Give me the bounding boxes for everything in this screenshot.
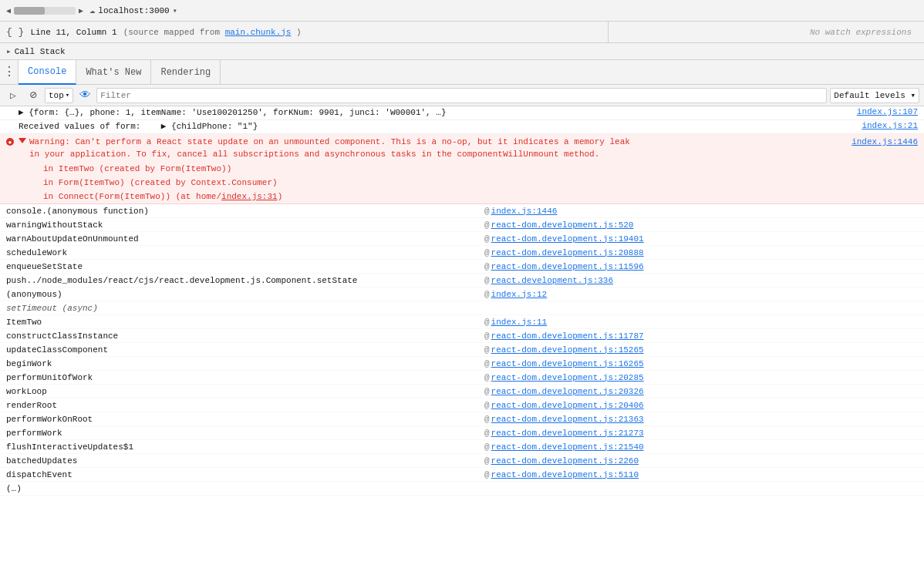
stack-at-4: @ [484, 262, 490, 271]
stack-name-3: scheduleWork [6, 248, 484, 257]
stack-source-11[interactable]: react-dom.development.js:16265 [491, 359, 644, 368]
stack-source-3[interactable]: react-dom.development.js:20888 [491, 248, 644, 257]
home-index-link[interactable]: index.js:31 [221, 192, 278, 201]
tab-rendering[interactable]: Rendering [151, 60, 221, 85]
stack-source-12[interactable]: react-dom.development.js:20285 [491, 373, 644, 382]
stack-at-5: @ [484, 276, 490, 285]
stack-row-4: enqueueSetState @ react-dom.development.… [0, 260, 924, 274]
stack-row-5: push../node_modules/react/cjs/react.deve… [0, 274, 924, 288]
stack-at-13: @ [484, 387, 490, 396]
stack-row-2: warnAboutUpdateOnUnmounted @ react-dom.d… [0, 232, 924, 246]
scroll-thumb [14, 7, 45, 15]
stack-name-7: setTimeout (async) [6, 304, 484, 313]
error-message: Warning: Can't perform a React state upd… [29, 136, 851, 160]
eye-btn[interactable]: 👁 [76, 87, 93, 104]
console-log-1: ▶ {form: {…}, phone: 1, itemName: 'Use10… [0, 106, 924, 120]
stack-source-10[interactable]: react-dom.development.js:15265 [491, 345, 644, 355]
error-main-line: ● Warning: Can't perform a React state u… [0, 134, 924, 162]
stack-row-1: warningWithoutStack @ react-dom.developm… [0, 218, 924, 232]
log-source-1[interactable]: index.js:107 [857, 107, 924, 116]
stack-source-1[interactable]: react-dom.development.js:520 [491, 220, 634, 230]
stack-name-15: performWorkOnRoot [6, 415, 484, 424]
error-dot: ● [6, 138, 14, 146]
stack-name-2: warnAboutUpdateOnUnmounted [6, 234, 484, 244]
error-triangle[interactable] [19, 136, 29, 143]
tab-menu-button[interactable]: ⋮ [0, 60, 19, 85]
stack-name-12: performUnitOfWork [6, 373, 484, 382]
tab-whats-new[interactable]: What's New [76, 60, 151, 85]
console-toolbar: ▷ ⊘ top ▾ 👁 Default levels ▾ [0, 85, 924, 106]
stack-source-9[interactable]: react-dom.development.js:11787 [491, 331, 644, 341]
stack-source-19[interactable]: react-dom.development.js:5110 [491, 470, 639, 479]
stack-source-4[interactable]: react-dom.development.js:11596 [491, 262, 644, 271]
stack-name-4: enqueueSetState [6, 262, 484, 271]
source-map-label: (source mapped from main.chunk.js ) [123, 28, 302, 37]
scroll-left-btn[interactable]: ◀ [6, 6, 11, 15]
stack-name-14: renderRoot [6, 401, 484, 410]
url-bar: ☁ localhost:3000 ▾ [89, 5, 177, 16]
stack-source-8[interactable]: index.js:11 [491, 318, 548, 327]
stack-name-18: batchedUpdates [6, 456, 484, 466]
filter-input[interactable] [96, 88, 827, 103]
console-output[interactable]: ▶ {form: {…}, phone: 1, itemName: 'Use10… [0, 106, 924, 575]
watch-panel: No watch expressions [608, 22, 924, 42]
context-select[interactable]: top ▾ [45, 88, 73, 103]
stack-source-2[interactable]: react-dom.development.js:19401 [491, 234, 644, 244]
stack-row-0: console.(anonymous function) @ index.js:… [0, 204, 924, 218]
stack-source-14[interactable]: react-dom.development.js:20406 [491, 401, 644, 410]
scroll-bar [14, 7, 76, 15]
stack-source-5[interactable]: react.development.js:336 [491, 276, 613, 285]
log-source-2[interactable]: index.js:21 [862, 121, 924, 130]
stack-at-17: @ [484, 442, 490, 452]
stack-row-8: ItemTwo @ index.js:11 [0, 315, 924, 329]
tab-menu-icon: ⋮ [3, 66, 15, 79]
stack-row-19: dispatchEvent @ react-dom.development.js… [0, 468, 924, 482]
stack-at-18: @ [484, 456, 490, 466]
stack-source-0[interactable]: index.js:1446 [491, 207, 558, 216]
stack-name-13: workLoop [6, 387, 484, 396]
stack-source-17[interactable]: react-dom.development.js:21540 [491, 442, 644, 452]
error-in-line-3: in Connect(Form(ItemTwo)) (at home/index… [0, 190, 924, 203]
stack-at-14: @ [484, 401, 490, 410]
stack-name-8: ItemTwo [6, 318, 484, 327]
levels-select[interactable]: Default levels ▾ [830, 88, 919, 103]
stack-row-7: setTimeout (async) [0, 301, 924, 315]
stack-rows-container: console.(anonymous function) @ index.js:… [0, 204, 924, 496]
stack-row-17: flushInteractiveUpdates$1 @ react-dom.de… [0, 440, 924, 454]
stack-source-18[interactable]: react-dom.development.js:2260 [491, 456, 639, 466]
stack-name-16: performWork [6, 429, 484, 438]
stack-source-13[interactable]: react-dom.development.js:20326 [491, 387, 644, 396]
script-format-icon: { } [6, 26, 24, 38]
stack-name-0: console.(anonymous function) [6, 207, 484, 216]
stack-name-6: (anonymous) [6, 290, 484, 299]
stack-name-1: warningWithoutStack [6, 220, 484, 230]
clear-console-btn[interactable]: ⊘ [25, 87, 42, 104]
play-console-btn[interactable]: ▷ [5, 87, 22, 104]
error-source[interactable]: index.js:1446 [851, 136, 924, 146]
stack-at-1: @ [484, 220, 490, 230]
error-in-line-1: in ItemTwo (created by Form(ItemTwo)) [0, 162, 924, 176]
stack-at-10: @ [484, 345, 490, 355]
log-icon-2 [6, 121, 19, 123]
call-stack-triangle[interactable]: ▸ [6, 46, 12, 56]
log-icon-1 [6, 107, 19, 109]
stack-row-3: scheduleWork @ react-dom.development.js:… [0, 246, 924, 260]
watch-expressions-label: No watch expressions [810, 28, 912, 37]
stack-source-6[interactable]: index.js:12 [491, 290, 548, 299]
play-icon: ▷ [10, 89, 16, 102]
scroll-right-btn[interactable]: ▶ [79, 6, 83, 15]
url-dropdown-icon[interactable]: ▾ [173, 6, 177, 15]
source-map-link[interactable]: main.chunk.js [225, 28, 292, 37]
log-content-1: ▶ {form: {…}, phone: 1, itemName: 'Use10… [19, 107, 857, 117]
stack-name-11: beginWork [6, 359, 484, 368]
levels-label: Default levels ▾ [834, 90, 916, 100]
url-text[interactable]: localhost:3000 [98, 6, 169, 15]
clear-icon: ⊘ [29, 88, 36, 103]
stack-source-16[interactable]: react-dom.development.js:21273 [491, 429, 644, 438]
stack-at-12: @ [484, 373, 490, 382]
stack-name-9: constructClassInstance [6, 331, 484, 341]
stack-at-2: @ [484, 234, 490, 244]
tab-console[interactable]: Console [19, 60, 76, 85]
stack-source-15[interactable]: react-dom.development.js:21363 [491, 415, 644, 424]
location-bar: { } Line 11, Column 1 (source mapped fro… [0, 22, 608, 42]
